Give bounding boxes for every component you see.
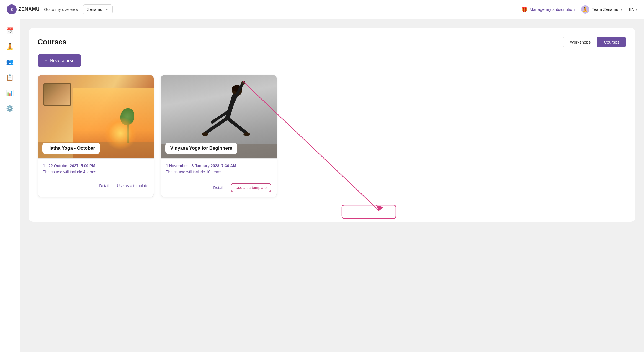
notes-icon: 📋	[6, 74, 14, 81]
courses-header: Courses Workshops Courses	[38, 37, 626, 47]
tab-workshops[interactable]: Workshops	[563, 37, 597, 47]
overview-link[interactable]: Go to my overview	[44, 7, 78, 12]
chart-icon: 📊	[6, 90, 14, 97]
team-name: Team Zenamu	[592, 7, 618, 12]
sidebar: 📅 🧘 👥 📋 📊 ⚙️	[0, 19, 20, 352]
course-terms-hatha: The course will include 4 terms	[43, 170, 149, 174]
nav-right: 🎁 Manage my subscription 🧘 Team Zenamu ▾…	[521, 5, 637, 14]
top-navigation: Z ZENAMU Go to my overview Zenamu ··· 🎁 …	[0, 0, 644, 19]
svg-rect-12	[342, 205, 396, 218]
wall-painting	[43, 83, 71, 106]
group-icon: 👥	[6, 58, 14, 66]
new-course-label: New course	[50, 58, 75, 63]
course-terms-vinyasa: The course will include 10 terms	[166, 170, 272, 174]
courses-grid: Hatha Yoga - October 1 - 22 October 2027…	[38, 75, 626, 197]
yoga-icon: 🧘	[6, 43, 14, 50]
detail-link-hatha[interactable]: Detail	[99, 183, 109, 188]
language-selector[interactable]: EN ▾	[629, 7, 637, 12]
course-info-vinyasa: 1 November - 3 January 2028, 7:30 AM The…	[161, 158, 277, 179]
course-card-vinyasa: Vinyasa Yoga for Beginners 1 November - …	[161, 75, 277, 197]
action-separator-vinyasa: |	[226, 185, 228, 190]
svg-line-5	[227, 118, 247, 133]
logo: Z ZENAMU	[7, 4, 40, 14]
logo-text: ZENAMU	[18, 6, 40, 12]
course-title-vinyasa: Vinyasa Yoga for Beginners	[165, 143, 237, 154]
svg-marker-11	[376, 205, 383, 211]
calendar-icon: 📅	[6, 27, 14, 35]
team-avatar: 🧘	[581, 5, 589, 14]
workspace-name: Zenamu	[87, 7, 102, 12]
logo-icon: Z	[7, 4, 17, 14]
action-separator-hatha: |	[112, 183, 114, 188]
new-course-button[interactable]: + New course	[38, 54, 81, 67]
main-content: Courses Workshops Courses + New course	[20, 19, 644, 352]
plus-icon: +	[44, 57, 48, 64]
course-image-hatha: Hatha Yoga - October	[38, 75, 154, 158]
workspace-button[interactable]: Zenamu ···	[83, 4, 113, 14]
svg-point-9	[241, 81, 245, 85]
sidebar-item-yoga[interactable]: 🧘	[3, 40, 17, 53]
course-card-hatha: Hatha Yoga - October 1 - 22 October 2027…	[38, 75, 154, 197]
use-template-hatha[interactable]: Use as a template	[117, 183, 148, 188]
app-layout: 📅 🧘 👥 📋 📊 ⚙️ Courses Workshops Courses	[0, 19, 644, 352]
view-tabs: Workshops Courses	[563, 37, 626, 47]
logo-area: Z ZENAMU Go to my overview Zenamu ···	[7, 4, 521, 14]
sidebar-item-settings[interactable]: ⚙️	[3, 102, 17, 115]
use-template-vinyasa[interactable]: Use as a template	[231, 183, 271, 192]
chevron-down-icon: ▾	[620, 7, 622, 11]
course-info-hatha: 1 - 22 October 2027, 5:00 PM The course …	[38, 158, 154, 179]
course-actions-vinyasa: Detail | Use as a template	[161, 179, 277, 197]
subscription-link[interactable]: 🎁 Manage my subscription	[521, 6, 575, 12]
course-actions-hatha: Detail | Use as a template	[38, 179, 154, 193]
course-title-hatha: Hatha Yoga - October	[42, 143, 100, 154]
lang-label: EN	[629, 7, 635, 12]
course-image-vinyasa: Vinyasa Yoga for Beginners	[161, 75, 277, 158]
svg-point-7	[243, 132, 250, 136]
main-card: Courses Workshops Courses + New course	[29, 28, 635, 222]
tab-courses[interactable]: Courses	[597, 37, 626, 47]
page-title: Courses	[38, 38, 66, 46]
course-date-vinyasa: 1 November - 3 January 2028, 7:30 AM	[166, 164, 272, 168]
sidebar-item-notes[interactable]: 📋	[3, 71, 17, 84]
team-selector[interactable]: 🧘 Team Zenamu ▾	[581, 5, 622, 14]
course-date-hatha: 1 - 22 October 2027, 5:00 PM	[43, 164, 149, 168]
workspace-more-icon: ···	[104, 6, 109, 12]
settings-icon: ⚙️	[6, 105, 14, 112]
subscription-label: Manage my subscription	[530, 7, 575, 12]
sidebar-item-chart[interactable]: 📊	[3, 86, 17, 100]
yoga-figure-svg	[183, 75, 255, 147]
gift-icon: 🎁	[521, 6, 527, 12]
svg-point-8	[202, 132, 208, 136]
detail-link-vinyasa[interactable]: Detail	[213, 185, 223, 190]
lang-chevron-icon: ▾	[636, 7, 637, 11]
sidebar-item-group[interactable]: 👥	[3, 55, 17, 69]
sidebar-item-calendar[interactable]: 📅	[3, 24, 17, 38]
sun-glow	[104, 117, 137, 150]
